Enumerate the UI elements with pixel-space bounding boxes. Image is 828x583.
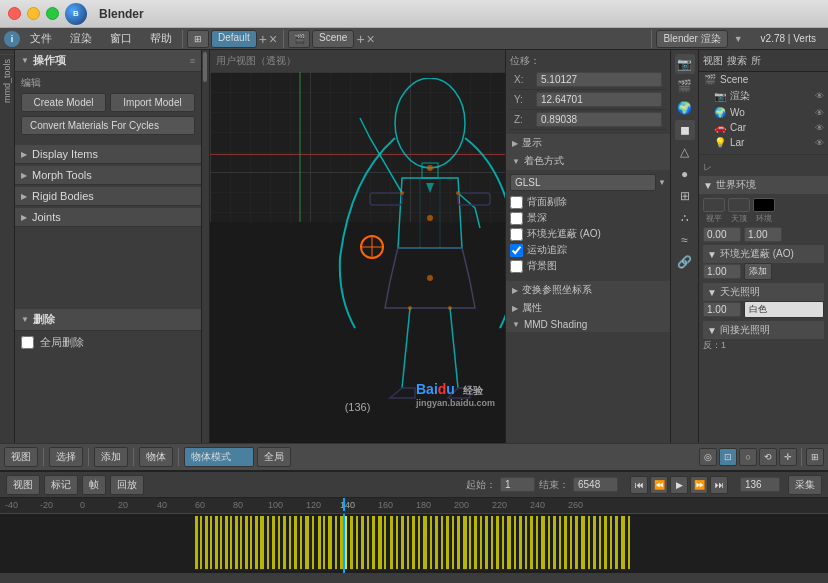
prev-frame-btn[interactable]: ⏪ — [650, 476, 668, 494]
render-vis-icon[interactable]: 👁 — [815, 91, 824, 101]
dof-checkbox[interactable] — [510, 212, 523, 225]
z-value[interactable]: 0.89038 — [536, 112, 662, 127]
motion-checkbox[interactable] — [510, 244, 523, 257]
add-scene-btn[interactable]: + — [356, 31, 364, 47]
snap-icon[interactable]: ⊡ — [719, 448, 737, 466]
texture-icon[interactable]: ⊞ — [675, 186, 695, 206]
scene-item-scene[interactable]: 🎬 Scene — [699, 72, 828, 87]
ao-checkbox[interactable] — [510, 228, 523, 241]
ao-add-btn[interactable]: 添加 — [744, 263, 772, 280]
scene-btn[interactable]: Scene — [312, 30, 354, 48]
zenith-swatch[interactable] — [728, 198, 750, 212]
menu-help[interactable]: 帮助 — [142, 29, 180, 48]
world-vis-icon[interactable]: 👁 — [815, 108, 824, 118]
mode-icon[interactable]: ⊞ — [187, 30, 209, 48]
world-icon[interactable]: 🌍 — [675, 98, 695, 118]
outliner-view-tab[interactable]: 视图 — [703, 54, 723, 68]
shading-mode-dropdown[interactable]: ▼ — [658, 178, 666, 187]
scene-item-world[interactable]: 🌍 Wo 👁 — [699, 105, 828, 120]
horizon-swatch[interactable] — [703, 198, 725, 212]
tl-view-btn[interactable]: 视图 — [6, 475, 40, 495]
menu-render[interactable]: 渲染 — [62, 29, 100, 48]
current-frame-field[interactable] — [740, 477, 780, 492]
collect-btn[interactable]: 采集 — [788, 475, 822, 495]
outliner-search-tab[interactable]: 搜索 — [727, 54, 747, 68]
maximize-button[interactable] — [46, 7, 59, 20]
close-workspace-btn[interactable]: × — [269, 31, 277, 47]
display-items-header[interactable]: ▶ Display Items — [15, 145, 201, 164]
joints-header[interactable]: ▶ Joints — [15, 208, 201, 227]
outliner-all-tab[interactable]: 所 — [751, 54, 761, 68]
morph-tools-header[interactable]: ▶ Morph Tools — [15, 166, 201, 185]
scene-icon[interactable]: 🎬 — [288, 30, 310, 48]
bg-checkbox[interactable] — [510, 260, 523, 273]
minimize-button[interactable] — [27, 7, 40, 20]
material-icon[interactable]: ● — [675, 164, 695, 184]
y-value[interactable]: 12.64701 — [536, 92, 662, 107]
play-btn[interactable]: ▶ — [670, 476, 688, 494]
scene-item-car[interactable]: 🚗 Car 👁 — [699, 120, 828, 135]
object-btn[interactable]: 物体 — [139, 447, 173, 467]
select-btn[interactable]: 选择 — [49, 447, 83, 467]
render-engine-dropdown[interactable]: ▼ — [730, 34, 747, 44]
mesh-icon[interactable]: △ — [675, 142, 695, 162]
shading-mode-selector[interactable]: GLSL — [510, 174, 656, 191]
world-env-header[interactable]: ▼ 世界环境 — [699, 176, 828, 194]
close-scene-btn[interactable]: × — [367, 31, 375, 47]
end-field[interactable] — [573, 477, 618, 492]
rigid-bodies-header[interactable]: ▶ Rigid Bodies — [15, 187, 201, 206]
global-delete-checkbox[interactable] — [21, 336, 34, 349]
ao-subsection-header[interactable]: ▼ 环境光遮蔽 (AO) — [703, 245, 824, 263]
props-scrollbar[interactable] — [201, 50, 209, 443]
timeline-content[interactable]: -40 -20 0 20 40 60 80 100 120 140 160 18… — [0, 498, 828, 573]
mode-btn[interactable]: 物体模式 — [184, 447, 254, 467]
object-icon[interactable]: ◼ — [675, 120, 695, 140]
horizon-value[interactable] — [703, 227, 741, 242]
view-btn[interactable]: 视图 — [4, 447, 38, 467]
tl-marker-btn[interactable]: 标记 — [44, 475, 78, 495]
add-btn[interactable]: 添加 — [94, 447, 128, 467]
physics-icon[interactable]: ≈ — [675, 230, 695, 250]
transform-icon[interactable]: ⟲ — [759, 448, 777, 466]
proportional-icon[interactable]: ○ — [739, 448, 757, 466]
indirect-section-header[interactable]: ▼ 间接光照明 — [703, 321, 824, 339]
factor-value[interactable] — [744, 227, 782, 242]
menu-file[interactable]: 文件 — [22, 29, 60, 48]
ao-value1[interactable] — [703, 264, 741, 279]
attributes-section-bar[interactable]: ▶ 属性 — [506, 299, 670, 317]
close-button[interactable] — [8, 7, 21, 20]
menu-window[interactable]: 窗口 — [102, 29, 140, 48]
particles-icon[interactable]: ∴ — [675, 208, 695, 228]
x-value[interactable]: 5.10127 — [536, 72, 662, 87]
start-field[interactable] — [500, 477, 535, 492]
timeline-tracks[interactable] — [0, 514, 828, 573]
transform-section-bar[interactable]: ▶ 变换参照坐标系 — [506, 281, 670, 299]
convert-materials-btn[interactable]: Convert Materials For Cycles — [21, 116, 195, 135]
constraints-icon[interactable]: 🔗 — [675, 252, 695, 272]
mmd-tools-tab[interactable]: mmd_tools — [0, 54, 14, 107]
import-model-btn[interactable]: Import Model — [110, 93, 195, 112]
tl-frame-btn[interactable]: 帧 — [82, 475, 106, 495]
global-btn[interactable]: 全局 — [257, 447, 291, 467]
create-model-btn[interactable]: Create Model — [21, 93, 106, 112]
display-section-bar[interactable]: ▶ 显示 — [506, 134, 670, 152]
sky-value[interactable] — [703, 302, 741, 317]
lamp-vis-icon[interactable]: 👁 — [815, 138, 824, 148]
default-mode-btn[interactable]: Default — [211, 30, 257, 48]
go-end-btn[interactable]: ⏭ — [710, 476, 728, 494]
pivot-icon[interactable]: ◎ — [699, 448, 717, 466]
mmd-shading-bar[interactable]: ▼ MMD Shading — [506, 317, 670, 332]
manipulator-icon[interactable]: ✛ — [779, 448, 797, 466]
tl-playback-btn[interactable]: 回放 — [110, 475, 144, 495]
scene-icon[interactable]: 🎬 — [675, 76, 695, 96]
add-workspace-btn[interactable]: + — [259, 31, 267, 47]
shading-section-bar[interactable]: ▼ 着色方式 — [506, 152, 670, 170]
render-engine-btn[interactable]: Blender 渲染 — [656, 30, 727, 48]
viewport[interactable]: 用户视图（透视） X — [210, 50, 505, 443]
sky-color[interactable]: 白色 — [744, 301, 824, 318]
go-start-btn[interactable]: ⏮ — [630, 476, 648, 494]
backface-checkbox[interactable] — [510, 196, 523, 209]
next-frame-btn[interactable]: ⏩ — [690, 476, 708, 494]
render-icon[interactable]: 📷 — [675, 54, 695, 74]
layers-icon[interactable]: ⊞ — [806, 448, 824, 466]
